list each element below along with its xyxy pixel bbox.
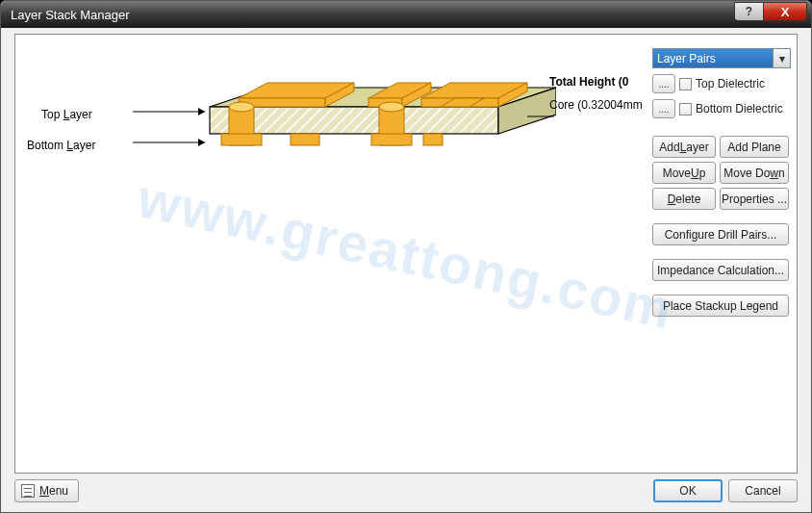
bottom-dielectric-row: .... Bottom Dielectric — [652, 99, 791, 118]
top-dielectric-checkbox[interactable] — [679, 78, 692, 90]
core-thickness-label: Core (0.32004mm — [549, 98, 643, 112]
window-title: Layer Stack Manager — [7, 8, 130, 22]
footer-bar: Menu OK Cancel — [14, 477, 798, 504]
place-stackup-legend-button[interactable]: Place Stackup Legend — [652, 295, 789, 317]
cancel-button[interactable]: Cancel — [728, 479, 798, 502]
move-up-button[interactable]: Move Up — [652, 162, 716, 184]
svg-marker-24 — [198, 108, 205, 115]
svg-point-18 — [379, 102, 404, 112]
bottom-layer-label: Bottom Layer — [27, 139, 95, 152]
menu-label: Menu — [39, 484, 68, 498]
svg-rect-20 — [291, 134, 319, 145]
bottom-dielectric-checkbox[interactable] — [679, 103, 692, 115]
right-panel: Layer Pairs ▾ .... Top Dielectric .... B… — [652, 48, 791, 317]
close-button[interactable]: X — [763, 2, 807, 21]
configure-drill-pairs-button[interactable]: Configure Drill Pairs... — [652, 223, 789, 245]
menu-button[interactable]: Menu — [14, 479, 79, 502]
move-down-button[interactable]: Move Down — [720, 162, 789, 184]
impedance-calculation-button[interactable]: Impedance Calculation... — [652, 259, 789, 281]
layer-diagram-area: Top Layer Bottom Layer Total Height (0 C… — [25, 44, 643, 463]
bottom-dielectric-label: Bottom Dielectric — [696, 102, 783, 115]
svg-rect-22 — [423, 134, 443, 145]
bottom-dielectric-browse-button[interactable]: .... — [652, 99, 675, 118]
chevron-down-icon: ▾ — [773, 49, 790, 67]
close-icon: X — [781, 5, 790, 19]
top-dielectric-row: .... Top Dielectric — [652, 74, 791, 93]
svg-marker-26 — [198, 139, 205, 146]
help-button[interactable]: ? — [734, 2, 763, 21]
top-dielectric-label: Top Dielectric — [696, 77, 765, 90]
ok-button[interactable]: OK — [653, 479, 723, 502]
svg-point-16 — [229, 102, 254, 112]
combo-selected-value: Layer Pairs — [657, 52, 716, 65]
top-layer-label: Top Layer — [41, 108, 92, 121]
add-plane-button[interactable]: Add Plane — [720, 136, 789, 158]
titlebar-controls: ? X — [734, 2, 807, 21]
total-height-label: Total Height (0 — [549, 75, 628, 89]
titlebar[interactable]: Layer Stack Manager ? X — [1, 1, 811, 28]
layer-pairs-combo[interactable]: Layer Pairs ▾ — [652, 48, 791, 68]
menu-icon — [21, 484, 35, 498]
layer-stack-diagram — [114, 54, 556, 208]
svg-rect-21 — [371, 134, 412, 145]
delete-button[interactable]: Delete — [652, 188, 716, 210]
properties-button[interactable]: Properties ... — [720, 188, 789, 210]
svg-rect-19 — [221, 134, 262, 145]
add-layer-button[interactable]: Add Layer — [652, 136, 716, 158]
layer-stack-manager-window: Layer Stack Manager ? X — [0, 0, 812, 513]
client-area: Top Layer Bottom Layer Total Height (0 C… — [14, 34, 798, 474]
top-dielectric-browse-button[interactable]: .... — [652, 74, 675, 93]
